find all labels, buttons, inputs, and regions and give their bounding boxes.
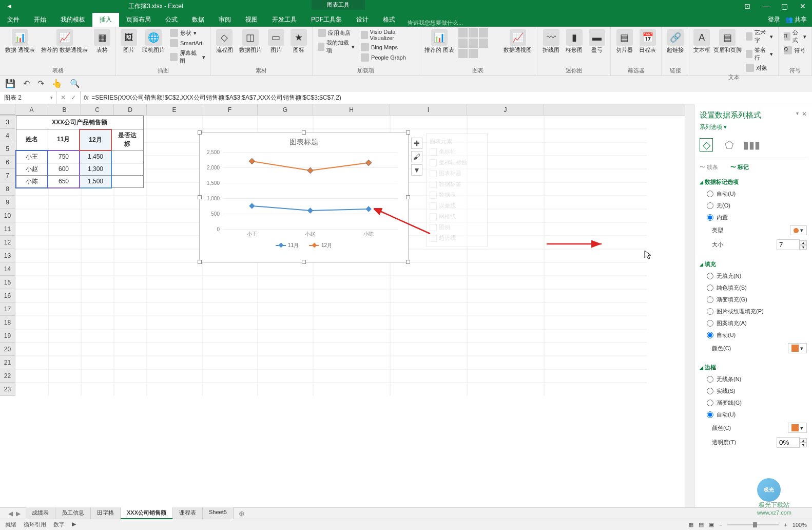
sheet-tab[interactable]: Sheet5 bbox=[203, 507, 234, 519]
row-header[interactable]: 9 bbox=[0, 196, 15, 209]
tab-view[interactable]: 视图 bbox=[238, 13, 265, 27]
row-header[interactable]: 21 bbox=[0, 356, 15, 369]
sheet-nav-prev-icon[interactable]: ◀ bbox=[8, 510, 13, 517]
fill-auto-radio[interactable]: 自动(U) bbox=[700, 329, 807, 341]
marker-type-select[interactable]: ▾ bbox=[790, 225, 807, 235]
people-button[interactable]: People Graph bbox=[359, 53, 416, 62]
column-header[interactable]: J bbox=[467, 104, 544, 115]
sparkline-column-button[interactable]: ▮柱形图 bbox=[564, 28, 585, 54]
line-tab[interactable]: 〜 线条 bbox=[700, 163, 718, 171]
marker-auto-radio[interactable]: 自动(U) bbox=[700, 188, 807, 200]
border-none-radio[interactable]: 无线条(N) bbox=[700, 373, 807, 385]
sparkline-winloss-button[interactable]: ▬盈亏 bbox=[587, 28, 607, 54]
tab-home[interactable]: 开始 bbox=[27, 13, 53, 27]
row-header[interactable]: 13 bbox=[0, 249, 15, 262]
tell-me-input[interactable]: 告诉我您想要做什么... bbox=[402, 19, 763, 27]
tab-developer[interactable]: 开发工具 bbox=[265, 13, 304, 27]
resize-handle[interactable] bbox=[406, 130, 410, 135]
tab-data[interactable]: 数据 bbox=[185, 13, 211, 27]
marker-none-radio[interactable]: 无(O) bbox=[700, 200, 807, 212]
size-up-icon[interactable]: ▲ bbox=[800, 240, 807, 245]
close-icon[interactable]: ✕ bbox=[794, 2, 812, 10]
sheet-tab[interactable]: 田字格 bbox=[91, 507, 121, 519]
embedded-chart[interactable]: 图表标题 05001,0001,5002,0002,500 小王小赵小陈 11月… bbox=[199, 132, 409, 262]
textbox-button[interactable]: A文本框 bbox=[692, 28, 711, 54]
resize-handle[interactable] bbox=[406, 260, 410, 264]
pic-button[interactable]: ▭图片 bbox=[266, 28, 286, 54]
zoom-out-button[interactable]: − bbox=[719, 522, 722, 528]
column-header[interactable]: H bbox=[313, 104, 390, 115]
maximize-icon[interactable]: ▢ bbox=[775, 2, 794, 10]
column-header[interactable]: A bbox=[15, 104, 48, 115]
back-icon[interactable]: ◄ bbox=[0, 0, 18, 12]
resize-handle[interactable] bbox=[302, 260, 306, 264]
zoom-in-button[interactable]: + bbox=[784, 522, 787, 528]
tab-file[interactable]: 文件 bbox=[0, 13, 27, 27]
pivot-chart-button[interactable]: 📈数据透视图 bbox=[501, 28, 534, 54]
select-all-corner[interactable] bbox=[0, 104, 15, 115]
column-header[interactable]: E bbox=[147, 104, 202, 115]
column-header[interactable]: B bbox=[48, 104, 81, 115]
fill-none-radio[interactable]: 无填充(N) bbox=[700, 270, 807, 282]
resize-handle[interactable] bbox=[406, 195, 410, 199]
save-icon[interactable]: 💾 bbox=[5, 79, 15, 88]
resize-handle[interactable] bbox=[198, 195, 202, 199]
row-header[interactable]: 19 bbox=[0, 329, 15, 343]
size-down-icon[interactable]: ▼ bbox=[800, 245, 807, 250]
row-header[interactable]: 22 bbox=[0, 369, 15, 383]
view-page-icon[interactable]: ▤ bbox=[699, 521, 704, 528]
chart-type-icon[interactable] bbox=[458, 28, 468, 37]
row-header[interactable]: 17 bbox=[0, 302, 15, 316]
column-header[interactable]: F bbox=[202, 104, 258, 115]
column-header[interactable]: I bbox=[390, 104, 467, 115]
sheet-tab[interactable]: 成绩表 bbox=[26, 507, 55, 519]
fill-color-button[interactable]: ▾ bbox=[788, 343, 807, 353]
sheet-nav-next-icon[interactable]: ▶ bbox=[16, 510, 21, 517]
zoom-level[interactable]: 100% bbox=[792, 522, 807, 528]
row-header[interactable]: 6 bbox=[0, 156, 15, 169]
pane-subtitle[interactable]: 系列选项 ▾ bbox=[700, 122, 807, 135]
name-box[interactable]: 图表 2 bbox=[0, 91, 56, 104]
bing-button[interactable]: Bing Maps bbox=[359, 43, 416, 52]
symbol-button[interactable]: Ω符号 bbox=[782, 46, 808, 55]
tab-design[interactable]: 设计 bbox=[349, 13, 376, 27]
row-header[interactable]: 5 bbox=[0, 142, 15, 156]
marker-tab[interactable]: 〜 标记 bbox=[730, 163, 749, 171]
print-preview-icon[interactable]: 🔍 bbox=[70, 79, 80, 88]
icon-button[interactable]: ★图标 bbox=[288, 28, 309, 54]
header-footer-button[interactable]: ▤页眉和页脚 bbox=[713, 28, 741, 54]
row-header[interactable]: 12 bbox=[0, 236, 15, 249]
fill-gradient-radio[interactable]: 渐变填充(G) bbox=[700, 294, 807, 306]
recommended-charts-button[interactable]: 📊推荐的 图表 bbox=[422, 28, 456, 54]
fill-picture-radio[interactable]: 图片或纹理填充(P) bbox=[700, 306, 807, 317]
border-transparency-spinner[interactable]: ▲▼ bbox=[777, 437, 807, 448]
slicer-button[interactable]: ▤切片器 bbox=[614, 28, 635, 54]
accept-formula-icon[interactable]: ✓ bbox=[71, 94, 76, 101]
sheet-tab[interactable]: 员工信息 bbox=[55, 507, 91, 519]
marker-builtin-radio[interactable]: 内置 bbox=[700, 212, 807, 223]
column-header[interactable]: D bbox=[114, 104, 147, 115]
signature-button[interactable]: 签名行 ▾ bbox=[744, 46, 775, 62]
sparkline-line-button[interactable]: 〰折线图 bbox=[540, 28, 562, 54]
pane-dropdown-icon[interactable]: ▾ bbox=[796, 110, 799, 120]
my-addins-button[interactable]: 我的加载项 ▾ bbox=[316, 39, 357, 55]
object-button[interactable]: 对象 bbox=[744, 63, 775, 72]
chart-elements-button[interactable]: ✚ bbox=[411, 138, 422, 149]
row-header[interactable]: 20 bbox=[0, 343, 15, 356]
tab-insert[interactable]: 插入 bbox=[92, 13, 119, 27]
tab-pdf[interactable]: PDF工具集 bbox=[304, 13, 349, 27]
table-button[interactable]: ▦表格 bbox=[92, 28, 112, 54]
process-button[interactable]: ◇流程图 bbox=[214, 28, 235, 54]
recommended-pivot-button[interactable]: 📈推荐的 数据透视表 bbox=[39, 28, 90, 54]
column-header[interactable]: C bbox=[81, 104, 114, 115]
pane-close-icon[interactable]: ✕ bbox=[802, 110, 807, 120]
touch-mode-icon[interactable]: 👆 bbox=[52, 79, 62, 88]
hyperlink-button[interactable]: 🔗超链接 bbox=[665, 28, 686, 54]
cancel-formula-icon[interactable]: ✕ bbox=[61, 94, 66, 101]
view-break-icon[interactable]: ▣ bbox=[709, 521, 714, 528]
chart-legend[interactable]: 11月 12月 bbox=[200, 242, 408, 249]
border-color-button[interactable]: ▾ bbox=[788, 423, 807, 433]
view-normal-icon[interactable]: ▦ bbox=[688, 521, 693, 528]
fx-icon[interactable]: fx bbox=[84, 94, 88, 101]
row-header[interactable]: 8 bbox=[0, 182, 15, 196]
